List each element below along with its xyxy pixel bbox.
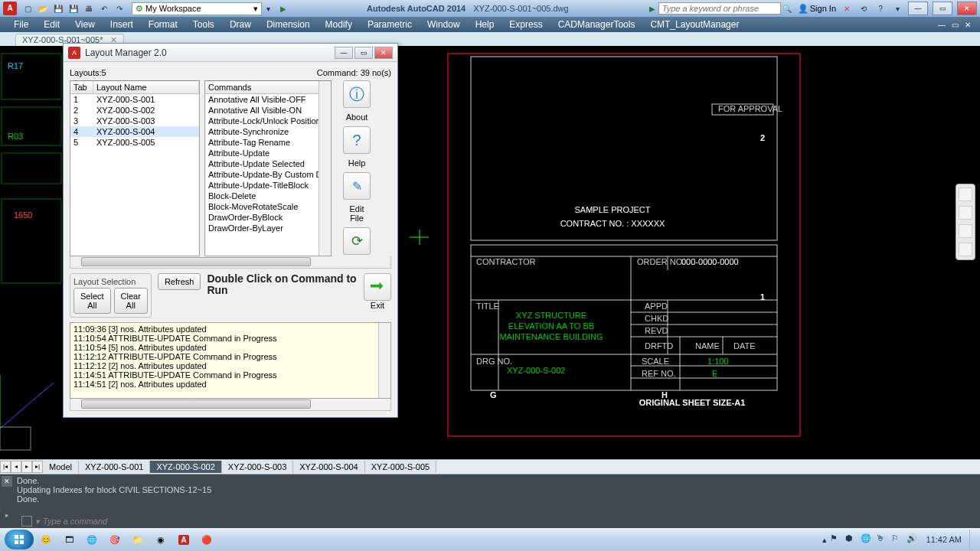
tray-icon-4[interactable]: 🖰	[876, 533, 888, 546]
lm-command-item[interactable]: Block-MoveRotateScale	[205, 201, 331, 212]
lm-layout-row[interactable]: 4XYZ-000-S-004	[70, 126, 199, 137]
help-icon[interactable]: ?	[874, 2, 887, 15]
lm-help-button[interactable]: ?	[343, 126, 371, 154]
mdi-restore-icon[interactable]: ▭	[949, 21, 962, 29]
new-icon[interactable]: ▢	[21, 2, 34, 15]
workspace-dropdown[interactable]: ⚙ My Workspace ▾	[132, 2, 262, 15]
taskbar-folder[interactable]: 📁	[127, 530, 149, 549]
lm-exit-button[interactable]: ⮕	[364, 273, 391, 301]
maximize-button[interactable]: ▭	[933, 2, 952, 15]
lm-close-button[interactable]: ✕	[374, 47, 393, 59]
mdi-minimize-icon[interactable]: —	[935, 21, 949, 29]
signin-button[interactable]: 👤 Sign In	[798, 4, 836, 14]
lm-log[interactable]: 11:09:36 [3] nos. Attributes updated11:1…	[70, 322, 391, 399]
lm-layout-row[interactable]: 2XYZ-000-S-002	[70, 105, 199, 116]
lm-about-button[interactable]: ⓘ	[343, 80, 371, 108]
steering-icon[interactable]	[959, 243, 972, 256]
lm-command-item[interactable]: Attribute-Update	[205, 148, 331, 158]
lm-commands-scrollbar[interactable]	[318, 81, 331, 256]
menu-file[interactable]: File	[6, 18, 36, 31]
taskbar-record[interactable]: 🔴	[196, 530, 217, 549]
tray-icon-1[interactable]: ⚑	[830, 533, 842, 546]
lm-layout-row[interactable]: 3XYZ-000-S-003	[70, 116, 199, 126]
menu-parametric[interactable]: Parametric	[360, 18, 420, 31]
menu-dimension[interactable]: Dimension	[259, 18, 318, 31]
cmdline-close-icon[interactable]: ✕	[2, 476, 12, 487]
menu-cadmanagertools[interactable]: CADManagerTools	[550, 18, 643, 31]
save-icon[interactable]: 💾	[52, 2, 64, 15]
redo-icon[interactable]: ↷	[113, 2, 126, 15]
taskbar-media[interactable]: 🎯	[104, 530, 126, 549]
menu-help[interactable]: Help	[468, 18, 502, 31]
start-button[interactable]	[5, 530, 34, 549]
cloud-icon[interactable]: ⟲	[858, 2, 870, 15]
menu-express[interactable]: Express	[501, 18, 550, 31]
infocenter-icon[interactable]: 🔍	[781, 2, 793, 15]
layout-tab[interactable]: Model	[43, 461, 79, 473]
lm-command-item[interactable]: Attribute-Synchronize	[205, 126, 331, 137]
close-button[interactable]: ✕	[957, 2, 977, 15]
lm-log-hscroll[interactable]	[70, 399, 391, 411]
orbit-icon[interactable]	[959, 224, 972, 238]
menu-tools[interactable]: Tools	[185, 18, 222, 31]
lm-command-item[interactable]: Attribute-Update Selected	[205, 158, 331, 169]
tray-icon-3[interactable]: 🌐	[861, 533, 873, 546]
menu-layoutmanager[interactable]: CMT_LayoutManager	[642, 18, 746, 31]
qat-chevron-icon[interactable]: ▾	[262, 2, 274, 15]
layout-tab[interactable]: XYZ-000-S-001	[79, 461, 150, 473]
layout-tab[interactable]: XYZ-000-S-002	[150, 461, 221, 473]
menu-draw[interactable]: Draw	[222, 18, 259, 31]
lm-editfile-button[interactable]: ✎	[343, 172, 371, 200]
taskbar-chrome[interactable]: ◉	[150, 530, 172, 549]
play2-icon[interactable]: ▶	[646, 2, 658, 15]
lm-commands-list[interactable]: Commands Annotative All Visible-OFFAnnot…	[204, 80, 332, 256]
lm-layout-row[interactable]: 1XYZ-000-S-001	[70, 94, 199, 105]
taskbar-ie[interactable]: 🌐	[81, 530, 103, 549]
tab-nav-last-icon[interactable]: ▸|	[32, 461, 43, 473]
command-line[interactable]: ✕ ▸ Done. Updating Indexes for block CIV…	[0, 474, 980, 528]
menu-insert[interactable]: Insert	[103, 18, 141, 31]
lm-lists-hscroll[interactable]	[70, 256, 391, 269]
taskbar-emoji[interactable]: 😊	[35, 530, 57, 549]
lm-minimize-button[interactable]: —	[335, 47, 353, 59]
saveas-icon[interactable]: 💾	[67, 2, 80, 15]
taskbar-explorer[interactable]: 🗔	[58, 530, 80, 549]
tray-show-hidden-icon[interactable]: ▴	[822, 535, 827, 545]
undo-icon[interactable]: ↶	[98, 2, 110, 15]
lm-command-item[interactable]: Block-Delete	[205, 191, 331, 201]
lm-command-item[interactable]: Attribute-Tag Rename	[205, 137, 331, 148]
tab-nav-next-icon[interactable]: ▸	[21, 461, 32, 473]
lm-maximize-button[interactable]: ▭	[354, 47, 373, 59]
layout-tab[interactable]: XYZ-000-S-003	[222, 461, 293, 473]
lm-command-item[interactable]: DrawOrder-ByBlock	[205, 212, 331, 223]
lm-command-item[interactable]: Annotative All Visible-ON	[205, 105, 331, 116]
lm-command-item[interactable]: DrawOrder-ByLayer	[205, 223, 331, 233]
tray-icon-5[interactable]: ⚐	[891, 533, 903, 546]
menu-edit[interactable]: Edit	[36, 18, 67, 31]
mdi-close-icon[interactable]: ✕	[962, 21, 974, 29]
zoom-icon[interactable]	[959, 187, 972, 201]
lm-refresh-icon-button[interactable]: ⟳	[343, 227, 371, 255]
lm-command-item[interactable]: Annotative All Visible-OFF	[205, 94, 331, 105]
print-icon[interactable]: 🖶	[83, 2, 95, 15]
menu-modify[interactable]: Modify	[318, 18, 360, 31]
open-icon[interactable]: 📂	[37, 2, 49, 15]
lm-command-item[interactable]: Attribute-Update-By Custom Data	[205, 169, 331, 180]
help-search-input[interactable]	[658, 2, 781, 15]
autocad-logo-icon[interactable]: A	[3, 2, 17, 15]
lm-clearall-button[interactable]: Clear All	[114, 288, 148, 314]
layout-tab[interactable]: XYZ-000-S-004	[293, 461, 364, 473]
menu-view[interactable]: View	[67, 18, 103, 31]
taskbar-autocad[interactable]: A	[173, 530, 194, 549]
cmdline-history-icon[interactable]: ▸	[2, 511, 12, 522]
tray-volume-icon[interactable]: 🔊	[906, 533, 919, 546]
lm-layouts-list[interactable]: TabLayout Name 1XYZ-000-S-0012XYZ-000-S-…	[70, 80, 200, 256]
tab-nav-first-icon[interactable]: |◂	[0, 461, 11, 473]
tray-clock[interactable]: 11:42 AM	[922, 536, 966, 544]
lm-command-item[interactable]: Attribute-Update-TitleBlock	[205, 180, 331, 191]
play-icon[interactable]: ▶	[277, 2, 289, 15]
menu-window[interactable]: Window	[420, 18, 468, 31]
minimize-button[interactable]: —	[908, 2, 928, 15]
lm-titlebar[interactable]: A Layout Manager 2.0 — ▭ ✕	[64, 44, 397, 62]
chevron-down2-icon[interactable]: ▾	[891, 2, 903, 15]
